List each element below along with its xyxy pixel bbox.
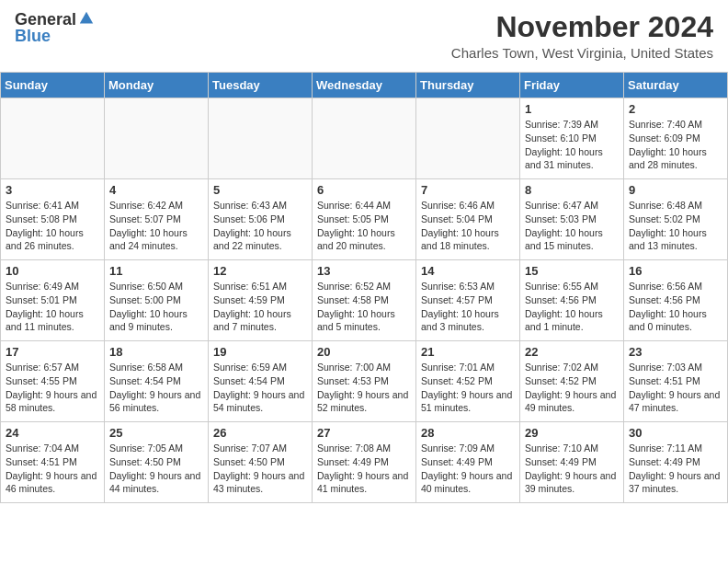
day-info: Sunrise: 7:00 AM Sunset: 4:53 PM Dayligh… (317, 361, 411, 415)
calendar-header-wednesday: Wednesday (313, 73, 416, 98)
calendar-cell: 28Sunrise: 7:09 AM Sunset: 4:49 PM Dayli… (416, 422, 520, 503)
calendar-cell: 22Sunrise: 7:02 AM Sunset: 4:52 PM Dayli… (520, 341, 624, 422)
day-number: 3 (6, 183, 99, 197)
title-block: November 2024 Charles Town, West Virgini… (451, 11, 713, 61)
calendar-cell: 6Sunrise: 6:44 AM Sunset: 5:05 PM Daylig… (313, 179, 416, 260)
day-info: Sunrise: 6:59 AM Sunset: 4:54 PM Dayligh… (213, 361, 307, 415)
calendar-cell: 29Sunrise: 7:10 AM Sunset: 4:49 PM Dayli… (520, 422, 624, 503)
day-info: Sunrise: 6:47 AM Sunset: 5:03 PM Dayligh… (525, 199, 619, 253)
day-info: Sunrise: 6:51 AM Sunset: 4:59 PM Dayligh… (213, 280, 307, 334)
day-number: 12 (213, 264, 307, 278)
calendar-cell: 23Sunrise: 7:03 AM Sunset: 4:51 PM Dayli… (624, 341, 728, 422)
calendar-header-row: SundayMondayTuesdayWednesdayThursdayFrid… (1, 73, 728, 98)
day-number: 24 (6, 426, 99, 440)
calendar-cell: 18Sunrise: 6:58 AM Sunset: 4:54 PM Dayli… (105, 341, 209, 422)
day-number: 9 (629, 183, 722, 197)
calendar-cell (105, 98, 209, 179)
calendar-cell: 9Sunrise: 6:48 AM Sunset: 5:02 PM Daylig… (624, 179, 728, 260)
day-info: Sunrise: 6:52 AM Sunset: 4:58 PM Dayligh… (317, 280, 411, 334)
day-number: 5 (213, 183, 307, 197)
logo-general-text: General (15, 11, 76, 28)
calendar-cell: 27Sunrise: 7:08 AM Sunset: 4:49 PM Dayli… (313, 422, 416, 503)
day-info: Sunrise: 6:44 AM Sunset: 5:05 PM Dayligh… (317, 199, 411, 253)
location-title: Charles Town, West Virginia, United Stat… (451, 45, 713, 61)
calendar-cell: 11Sunrise: 6:50 AM Sunset: 5:00 PM Dayli… (105, 260, 209, 341)
svg-marker-0 (80, 12, 93, 24)
calendar-cell: 13Sunrise: 6:52 AM Sunset: 4:58 PM Dayli… (313, 260, 416, 341)
day-number: 26 (213, 426, 307, 440)
calendar-header-saturday: Saturday (624, 73, 728, 98)
day-info: Sunrise: 7:05 AM Sunset: 4:50 PM Dayligh… (109, 442, 203, 496)
day-info: Sunrise: 6:58 AM Sunset: 4:54 PM Dayligh… (109, 361, 203, 415)
calendar-cell: 1Sunrise: 7:39 AM Sunset: 6:10 PM Daylig… (520, 98, 624, 179)
month-title: November 2024 (451, 11, 713, 43)
calendar-cell: 24Sunrise: 7:04 AM Sunset: 4:51 PM Dayli… (1, 422, 105, 503)
day-number: 8 (525, 183, 619, 197)
calendar-cell (416, 98, 520, 179)
day-info: Sunrise: 6:53 AM Sunset: 4:57 PM Dayligh… (421, 280, 515, 334)
calendar-cell (1, 98, 105, 179)
calendar-cell: 19Sunrise: 6:59 AM Sunset: 4:54 PM Dayli… (209, 341, 313, 422)
calendar-header-sunday: Sunday (1, 73, 105, 98)
calendar-table: SundayMondayTuesdayWednesdayThursdayFrid… (0, 72, 728, 503)
day-info: Sunrise: 7:04 AM Sunset: 4:51 PM Dayligh… (6, 442, 99, 496)
day-number: 19 (213, 345, 307, 359)
day-info: Sunrise: 7:03 AM Sunset: 4:51 PM Dayligh… (629, 361, 722, 415)
calendar-header-friday: Friday (520, 73, 624, 98)
day-info: Sunrise: 7:08 AM Sunset: 4:49 PM Dayligh… (317, 442, 411, 496)
day-info: Sunrise: 6:55 AM Sunset: 4:56 PM Dayligh… (525, 280, 619, 334)
day-number: 29 (525, 426, 619, 440)
day-info: Sunrise: 7:10 AM Sunset: 4:49 PM Dayligh… (525, 442, 619, 496)
calendar-cell: 21Sunrise: 7:01 AM Sunset: 4:52 PM Dayli… (416, 341, 520, 422)
day-number: 1 (525, 102, 619, 116)
day-number: 20 (317, 345, 411, 359)
logo-blue-text: Blue (15, 28, 51, 44)
calendar-cell: 3Sunrise: 6:41 AM Sunset: 5:08 PM Daylig… (1, 179, 105, 260)
day-info: Sunrise: 6:56 AM Sunset: 4:56 PM Dayligh… (629, 280, 722, 334)
calendar-cell: 7Sunrise: 6:46 AM Sunset: 5:04 PM Daylig… (416, 179, 520, 260)
day-number: 30 (629, 426, 722, 440)
calendar-cell: 25Sunrise: 7:05 AM Sunset: 4:50 PM Dayli… (105, 422, 209, 503)
logo-triangle-icon (78, 10, 95, 27)
day-number: 4 (109, 183, 203, 197)
day-number: 28 (421, 426, 515, 440)
day-info: Sunrise: 6:43 AM Sunset: 5:06 PM Dayligh… (213, 199, 307, 253)
day-info: Sunrise: 7:39 AM Sunset: 6:10 PM Dayligh… (525, 118, 619, 172)
day-info: Sunrise: 7:40 AM Sunset: 6:09 PM Dayligh… (629, 118, 722, 172)
day-number: 16 (629, 264, 722, 278)
page-header: General Blue November 2024 Charles Town,… (0, 0, 728, 64)
calendar-cell: 12Sunrise: 6:51 AM Sunset: 4:59 PM Dayli… (209, 260, 313, 341)
calendar-week-1: 1Sunrise: 7:39 AM Sunset: 6:10 PM Daylig… (1, 98, 728, 179)
calendar-cell: 10Sunrise: 6:49 AM Sunset: 5:01 PM Dayli… (1, 260, 105, 341)
day-info: Sunrise: 6:50 AM Sunset: 5:00 PM Dayligh… (109, 280, 203, 334)
day-info: Sunrise: 7:01 AM Sunset: 4:52 PM Dayligh… (421, 361, 515, 415)
day-number: 6 (317, 183, 411, 197)
calendar-header-monday: Monday (105, 73, 209, 98)
day-info: Sunrise: 6:48 AM Sunset: 5:02 PM Dayligh… (629, 199, 722, 253)
day-info: Sunrise: 7:09 AM Sunset: 4:49 PM Dayligh… (421, 442, 515, 496)
day-info: Sunrise: 6:57 AM Sunset: 4:55 PM Dayligh… (6, 361, 99, 415)
calendar-cell (209, 98, 313, 179)
calendar-header-thursday: Thursday (416, 73, 520, 98)
day-number: 2 (629, 102, 722, 116)
calendar-cell: 17Sunrise: 6:57 AM Sunset: 4:55 PM Dayli… (1, 341, 105, 422)
day-number: 7 (421, 183, 515, 197)
day-number: 27 (317, 426, 411, 440)
day-info: Sunrise: 6:41 AM Sunset: 5:08 PM Dayligh… (6, 199, 99, 253)
day-info: Sunrise: 7:02 AM Sunset: 4:52 PM Dayligh… (525, 361, 619, 415)
calendar-cell: 5Sunrise: 6:43 AM Sunset: 5:06 PM Daylig… (209, 179, 313, 260)
day-number: 25 (109, 426, 203, 440)
day-number: 23 (629, 345, 722, 359)
calendar-cell: 4Sunrise: 6:42 AM Sunset: 5:07 PM Daylig… (105, 179, 209, 260)
calendar-cell (313, 98, 416, 179)
calendar-cell: 2Sunrise: 7:40 AM Sunset: 6:09 PM Daylig… (624, 98, 728, 179)
calendar-week-3: 10Sunrise: 6:49 AM Sunset: 5:01 PM Dayli… (1, 260, 728, 341)
calendar-week-4: 17Sunrise: 6:57 AM Sunset: 4:55 PM Dayli… (1, 341, 728, 422)
calendar-cell: 15Sunrise: 6:55 AM Sunset: 4:56 PM Dayli… (520, 260, 624, 341)
calendar-week-2: 3Sunrise: 6:41 AM Sunset: 5:08 PM Daylig… (1, 179, 728, 260)
day-info: Sunrise: 7:11 AM Sunset: 4:49 PM Dayligh… (629, 442, 722, 496)
day-info: Sunrise: 6:42 AM Sunset: 5:07 PM Dayligh… (109, 199, 203, 253)
calendar-cell: 8Sunrise: 6:47 AM Sunset: 5:03 PM Daylig… (520, 179, 624, 260)
calendar-cell: 14Sunrise: 6:53 AM Sunset: 4:57 PM Dayli… (416, 260, 520, 341)
day-number: 15 (525, 264, 619, 278)
